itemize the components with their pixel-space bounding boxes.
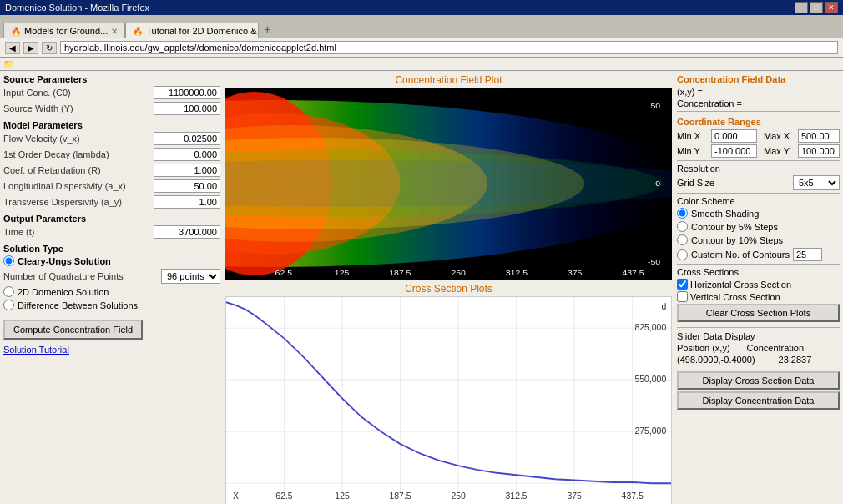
tab-2[interactable]: 🔥 Tutorial for 2D Domenico & Cl... ✕ xyxy=(125,23,259,38)
quad-points-row: Number of Quadrature Points 96 points 48… xyxy=(3,269,220,284)
difference-radio[interactable] xyxy=(3,300,14,310)
smooth-shading-row: Smooth Shading xyxy=(677,208,840,219)
time-row: Time (t) xyxy=(3,225,220,239)
conc-plot-container: Concentration Field Plot xyxy=(225,74,672,280)
min-x-field[interactable] xyxy=(711,129,757,143)
contour-10-radio[interactable] xyxy=(677,234,688,245)
back-button[interactable]: ◀ xyxy=(5,42,20,54)
title-bar: Domenico Solution - Mozilla Firefox – □ … xyxy=(0,0,843,15)
new-tab-button[interactable]: + xyxy=(259,20,275,38)
custom-contours-row: Custom No. of Contours xyxy=(677,248,840,261)
trans-disp-label: Transverse Dispersivity (a_y) xyxy=(3,197,150,207)
contour-5-radio[interactable] xyxy=(677,221,688,232)
domenico-radio[interactable] xyxy=(3,286,14,297)
compute-button[interactable]: Compute Concentration Field xyxy=(3,320,143,340)
svg-text:275,000: 275,000 xyxy=(635,425,667,435)
svg-text:437.5: 437.5 xyxy=(622,269,644,277)
cross-plot-container: Cross Section Plots xyxy=(225,283,672,504)
forward-button[interactable]: ▶ xyxy=(23,42,38,54)
cross-sections-header-row: Cross Sections xyxy=(677,267,840,277)
concentration-value: 23.2837 xyxy=(779,355,812,365)
svg-text:-50: -50 xyxy=(648,258,661,266)
cross-section-svg: 825,000 550,000 275,000 d 62.5 125 187.5… xyxy=(226,297,671,504)
toolbar-icon: 📁 xyxy=(3,59,13,68)
tab-1-label: 🔥 xyxy=(11,27,21,36)
difference-row: Difference Between Solutions xyxy=(3,300,220,310)
conc-field-svg: 50 0 -50 62.5 125 187.5 250 312.5 375 43… xyxy=(225,88,672,280)
contour-5-row: Contour by 5% Steps xyxy=(677,221,840,232)
vertical-cs-row: Vertical Cross Section xyxy=(677,291,840,302)
svg-point-7 xyxy=(225,160,672,207)
conc-plot[interactable]: 50 0 -50 62.5 125 187.5 250 312.5 375 43… xyxy=(225,88,672,280)
trans-disp-field[interactable] xyxy=(154,195,220,209)
close-button[interactable]: ✕ xyxy=(825,2,838,13)
long-disp-field[interactable] xyxy=(154,179,220,193)
grid-size-row: Grid Size 5x5 10x10 20x20 xyxy=(677,175,840,190)
url-input[interactable] xyxy=(60,41,838,54)
quad-points-select[interactable]: 96 points 48 points 24 points xyxy=(161,269,220,284)
smooth-shading-radio[interactable] xyxy=(677,208,688,219)
vertical-cs-checkbox[interactable] xyxy=(677,291,688,302)
svg-text:125: 125 xyxy=(335,490,349,500)
min-x-row: Min X Max X xyxy=(677,129,840,143)
slider-col-headers: Position (x,y) Concentration xyxy=(677,343,840,353)
domenico-row: 2D Domenico Solution xyxy=(3,286,220,297)
svg-text:825,000: 825,000 xyxy=(635,321,667,331)
divider-4 xyxy=(677,264,840,265)
concentration-col-header: Concentration xyxy=(747,343,805,353)
max-y-field[interactable] xyxy=(798,144,840,158)
max-x-field[interactable] xyxy=(798,129,840,143)
long-disp-row: Longitudinal Dispersivity (a_x) xyxy=(3,179,220,193)
source-width-row: Source Width (Y) xyxy=(3,102,220,115)
svg-text:375: 375 xyxy=(568,269,583,277)
slider-header: Slider Data Display xyxy=(677,331,755,341)
display-cross-section-button[interactable]: Display Cross Section Data xyxy=(677,371,840,390)
source-width-field[interactable] xyxy=(154,102,220,115)
minimize-button[interactable]: – xyxy=(795,2,808,13)
tab-1[interactable]: 🔥 Models for Ground... ✕ xyxy=(3,23,125,38)
position-col-header: Position (x,y) xyxy=(677,343,730,353)
retardation-field[interactable] xyxy=(154,164,220,177)
tab-2-icon: 🔥 xyxy=(133,27,143,36)
cross-plot[interactable]: 825,000 550,000 275,000 d 62.5 125 187.5… xyxy=(225,296,672,504)
min-y-field[interactable] xyxy=(711,144,757,158)
resolution-row: Resolution xyxy=(677,164,840,174)
cleary-ungs-radio[interactable] xyxy=(3,255,14,266)
custom-contours-field[interactable] xyxy=(793,248,822,261)
conc-row: Concentration = xyxy=(677,98,840,108)
decay-label: 1st Order Decay (lambda) xyxy=(3,149,150,159)
trans-disp-row: Transverse Dispersivity (a_y) xyxy=(3,195,220,209)
flow-vel-field[interactable] xyxy=(154,132,220,145)
time-field[interactable] xyxy=(154,225,220,239)
time-label: Time (t) xyxy=(3,227,150,237)
maximize-button[interactable]: □ xyxy=(810,2,823,13)
horizontal-cs-checkbox[interactable] xyxy=(677,279,688,290)
clear-cross-section-button[interactable]: Clear Cross Section Plots xyxy=(677,304,840,322)
display-concentration-button[interactable]: Display Concentration Data xyxy=(677,391,840,410)
retardation-row: Coef. of Retardation (R) xyxy=(3,164,220,177)
app-container: Source Parameters Input Conc. (C0) Sourc… xyxy=(0,71,843,504)
grid-size-select[interactable]: 5x5 10x10 20x20 xyxy=(793,175,840,190)
svg-text:d: d xyxy=(661,301,666,311)
svg-text:62.5: 62.5 xyxy=(275,490,292,500)
conc-field-header: Concentration Field Data xyxy=(677,74,840,84)
domenico-label: 2D Domenico Solution xyxy=(18,287,109,297)
solution-tutorial-link[interactable]: Solution Tutorial xyxy=(3,345,69,355)
min-y-row: Min Y Max Y xyxy=(677,144,840,158)
contour-10-label: Contour by 10% Steps xyxy=(691,235,783,245)
reload-button[interactable]: ↻ xyxy=(42,42,57,54)
output-params-header: Output Parameters xyxy=(3,214,220,224)
input-conc-field[interactable] xyxy=(154,86,220,99)
cross-sections-header: Cross Sections xyxy=(677,267,739,277)
tab-bar: 🔥 Models for Ground... ✕ 🔥 Tutorial for … xyxy=(0,15,843,38)
cleary-ungs-label: Cleary-Ungs Solution xyxy=(18,256,111,266)
svg-text:250: 250 xyxy=(451,490,465,500)
decay-field[interactable] xyxy=(154,148,220,161)
svg-text:62.5: 62.5 xyxy=(275,269,293,277)
tab-1-close[interactable]: ✕ xyxy=(111,27,118,36)
divider-2 xyxy=(677,160,840,161)
custom-contours-radio[interactable] xyxy=(677,249,688,260)
svg-text:0: 0 xyxy=(655,179,660,188)
tab-1-text: Models for Ground... xyxy=(24,26,108,36)
contour-10-row: Contour by 10% Steps xyxy=(677,234,840,245)
